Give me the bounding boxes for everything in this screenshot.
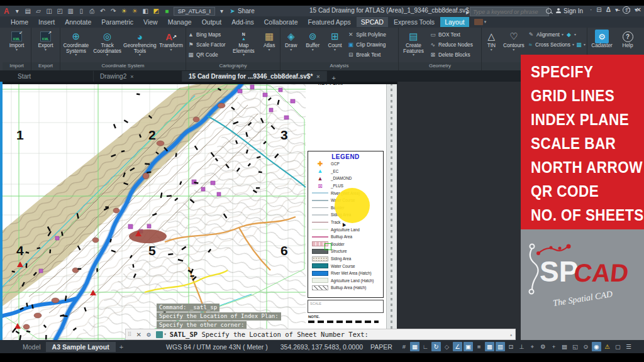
draw-button[interactable]: ◈ Draw▾ <box>280 29 301 62</box>
color-swatch-icon[interactable]: ■ <box>162 6 172 16</box>
layout-tab-a3[interactable]: A3 Sample Layout <box>46 342 116 352</box>
share-label[interactable]: Share <box>238 8 255 14</box>
snap-mode-icon[interactable]: # <box>399 342 409 351</box>
split-polyline-button[interactable]: ✕Split Polyline <box>347 30 397 39</box>
annotation-scale-icon[interactable]: ◱ <box>570 342 580 351</box>
atlas-button[interactable]: ▦ Atlas▾ <box>258 29 280 62</box>
tab-home[interactable]: Home <box>6 17 33 27</box>
autoscale-icon[interactable]: ▤ <box>560 342 569 351</box>
user-icon[interactable] <box>556 8 561 13</box>
reduce-nodes-button[interactable]: ∿Reduce Nodes <box>430 40 480 49</box>
command-line-bar[interactable]: ⠿ ✕ ⚙ ▾ SATL_SP Specify the Location of … <box>125 329 516 340</box>
georeferencing-tools-button[interactable]: ◕ Georefrencing Tools▾ <box>123 29 157 62</box>
file-tab-start[interactable]: Start <box>11 71 94 82</box>
transparency-icon[interactable]: ▩ <box>485 342 494 351</box>
search-icon[interactable] <box>546 8 552 14</box>
gizmo-icon[interactable]: ⚙ <box>538 342 548 351</box>
alignment-button[interactable]: ✎Alignment▾◆▾ <box>528 30 586 39</box>
coordinate-systems-button[interactable]: ⊕ Coordinate Systems▾ <box>60 29 92 62</box>
new-layout-button[interactable]: + <box>116 342 127 352</box>
drag-grip-icon[interactable]: ⠿ <box>128 331 132 337</box>
close-command-icon[interactable]: ✕ <box>136 331 142 338</box>
layout-side-panel[interactable]: KEY PLAN LEGEND ✚GCP ▲_EC ▲_DIAMOND ⊠_PL… <box>306 82 386 340</box>
3d-object-snap-icon[interactable]: ⊡ <box>506 342 516 351</box>
selection-filtering-icon[interactable]: ⌖ <box>528 342 537 351</box>
tab-express-tools[interactable]: Express Tools <box>389 17 439 27</box>
map-elements-button[interactable]: N▲ Map Elements▾ <box>229 29 259 62</box>
tab-output[interactable]: Output <box>197 17 226 27</box>
save-as-icon[interactable]: ◰ <box>55 6 65 16</box>
selection-cycling-icon[interactable]: ▥ <box>496 342 505 351</box>
layer-state-icon[interactable]: ◧ <box>141 6 150 16</box>
annotation-warning-icon[interactable]: ⚠ <box>602 342 612 351</box>
grid-display-icon[interactable]: ▦ <box>410 342 419 351</box>
ribbon-options-icon[interactable] <box>474 19 483 25</box>
caret-down-icon[interactable]: ▾ <box>13 6 22 16</box>
bing-maps-button[interactable]: ▲Bing Maps <box>187 30 228 39</box>
command-prompt[interactable]: SATL_SP Specify the Location of Sheet Nu… <box>170 331 369 338</box>
apps-caret-icon[interactable]: · <box>590 6 592 14</box>
bulb-icon[interactable]: ☀ <box>119 6 129 16</box>
bulb2-icon[interactable]: ☀ <box>130 6 140 16</box>
command-caret-icon[interactable]: ▾ <box>164 332 167 337</box>
scale-factor-button[interactable]: ⚑Scale Factor <box>187 40 228 49</box>
buffer-button[interactable]: ⊚ Buffer▾ <box>301 29 323 62</box>
delete-blocks-button[interactable]: ⊠Delete Blocks <box>430 50 480 59</box>
create-features-button[interactable]: ▤ Create Features▾ <box>399 29 428 62</box>
tab-collaborate[interactable]: Collaborate <box>260 17 303 27</box>
tab-add-ins[interactable]: Add-ins <box>227 17 258 27</box>
autocad-logo-icon[interactable]: A <box>4 7 9 16</box>
ortho-mode-icon[interactable]: ∟ <box>421 342 430 351</box>
object-snap-icon[interactable]: ▣ <box>464 342 473 351</box>
undo-icon[interactable]: ↶ <box>98 6 108 16</box>
search-input[interactable] <box>470 7 549 16</box>
wrench-icon[interactable]: ⚙ <box>147 331 151 339</box>
terrain-extra-icon[interactable]: ◆ <box>565 31 572 38</box>
box-text-button[interactable]: ▭BOX Text <box>430 30 480 39</box>
save-icon[interactable]: ◫ <box>45 6 54 16</box>
tab-annotate[interactable]: Annotate <box>60 17 96 27</box>
paper-scrollbar[interactable] <box>386 82 397 340</box>
tab-featured-apps[interactable]: Featured Apps <box>303 17 355 27</box>
isometric-drafting-icon[interactable]: ◇ <box>442 342 452 351</box>
dynamic-ucs-icon[interactable]: ⊥ <box>517 342 526 351</box>
new-file-icon[interactable]: ▤ <box>23 6 33 16</box>
tin-button[interactable]: △ TIN▾ <box>482 29 501 62</box>
transform-button[interactable]: A↗ Transform▾ <box>157 29 186 62</box>
object-snap-tracking-icon[interactable]: ∠ <box>453 342 462 351</box>
plot-icon[interactable]: ▥ <box>66 6 75 16</box>
qr-code-button[interactable]: ▦QR Code <box>187 50 228 59</box>
clean-screen-icon[interactable]: ▢ <box>613 342 623 351</box>
workspace-caret-icon[interactable]: ▾ <box>217 6 226 16</box>
close-tab-icon[interactable]: × <box>316 74 319 80</box>
track-coordinates-button[interactable]: ◎ Track Coordinates▾ <box>92 29 123 62</box>
command-history-icon[interactable]: ▴ <box>509 332 513 337</box>
coordinate-system-label[interactable]: WGS 84 / UTM zone 43N ( Meter ) <box>166 343 268 351</box>
map-drawing[interactable]: 1 2 3 4 5 6 <box>0 82 306 340</box>
workspace-switching-icon[interactable]: ⊙ <box>581 342 591 351</box>
file-tab-drawing2[interactable]: Drawing2× <box>94 71 182 82</box>
file-tab-active[interactable]: 15 Cad Drawing for ...9346_cbb8deaf.sv$*… <box>182 71 327 82</box>
close-tab-icon[interactable]: × <box>130 74 133 80</box>
import-button[interactable]: KML↙ Import▾ <box>3 29 31 62</box>
open-folder-icon[interactable]: ▱ <box>34 6 43 16</box>
model-tab[interactable]: Model <box>18 342 46 352</box>
close-button[interactable]: ✕ <box>636 6 641 13</box>
cross-sections-button[interactable]: ≈Cross Sections▾▦▾ <box>528 40 586 49</box>
clip-drawing-button[interactable]: ▣Clip Drawing <box>347 40 397 49</box>
tab-parametric[interactable]: Parametric <box>97 17 138 27</box>
new-drawing-tab-button[interactable]: + <box>332 74 336 82</box>
tab-spcad[interactable]: SPCAD <box>357 17 388 27</box>
autodesk-icon[interactable]: Δ <box>606 6 611 14</box>
tab-manage[interactable]: Manage <box>164 17 196 27</box>
annotation-monitor-icon[interactable]: ◉ <box>592 342 601 351</box>
command-tile-icon[interactable] <box>156 331 163 338</box>
workspace-selector[interactable]: SP_ATLAS_I <box>174 7 215 16</box>
share-plane-icon[interactable]: ➤ <box>228 6 237 16</box>
paper-space-toggle[interactable]: PAPER <box>370 343 392 351</box>
annotation-visibility-icon[interactable]: + <box>549 342 558 351</box>
app-store-icon[interactable]: ⊟ <box>596 6 601 14</box>
lineweight-icon[interactable]: ≡ <box>474 342 484 351</box>
customization-icon[interactable]: ☰ <box>624 342 633 351</box>
export-button[interactable]: KML↗ Export▾ <box>31 29 60 62</box>
